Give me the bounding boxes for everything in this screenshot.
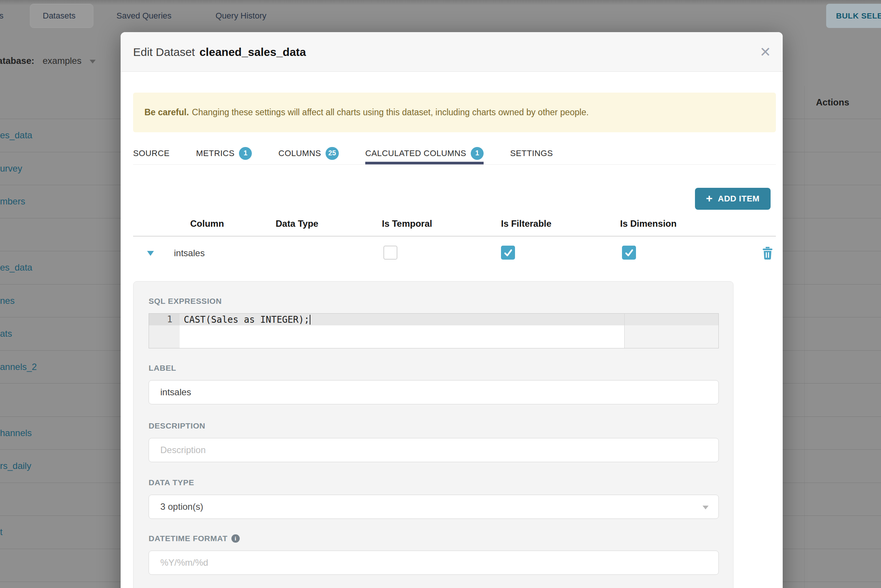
is-temporal-checkbox[interactable] xyxy=(383,246,397,260)
sql-expression-code: CAST(Sales as INTEGER); xyxy=(184,314,310,325)
header-is-filterable: Is Filterable xyxy=(501,218,551,229)
description-input[interactable] xyxy=(149,438,719,462)
label-section-label: LABEL xyxy=(149,364,176,373)
row-expander-caret-icon[interactable] xyxy=(147,251,154,256)
dataset-link[interactable]: t xyxy=(0,527,3,537)
edit-dataset-modal: Edit Dataset cleaned_sales_data ✕ Be car… xyxy=(121,32,783,588)
chevron-down-icon xyxy=(703,506,709,509)
dataset-link[interactable]: mbers xyxy=(0,196,25,207)
editor-line-number: 1 xyxy=(149,314,172,325)
editor-print-margin xyxy=(624,314,625,348)
modal-title: Edit Dataset cleaned_sales_data xyxy=(133,32,306,72)
modal-dataset-name: cleaned_sales_data xyxy=(199,46,306,59)
header-column: Column xyxy=(190,218,224,229)
dataset-link[interactable]: es_data xyxy=(0,130,32,141)
sql-expression-editor[interactable]: 1 CAST(Sales as INTEGER); xyxy=(149,313,719,348)
dataset-link[interactable]: nes xyxy=(0,296,15,306)
warning-banner: Be careful. Changing these settings will… xyxy=(133,93,776,132)
header-is-temporal: Is Temporal xyxy=(382,218,432,229)
database-filter-value: examples xyxy=(43,56,82,66)
modal-tab-bar: SOURCE METRICS 1 COLUMNS 25 CALCULATED C… xyxy=(133,142,776,165)
is-dimension-checkbox[interactable] xyxy=(622,246,636,260)
check-icon xyxy=(503,248,513,258)
database-filter-label: Database: xyxy=(0,56,34,66)
add-item-label: ADD ITEM xyxy=(718,194,760,204)
dataset-link[interactable]: annels_2 xyxy=(0,362,37,372)
tab-badge: 1 xyxy=(471,147,484,160)
text-cursor xyxy=(310,315,310,325)
description-section-label: DESCRIPTION xyxy=(149,421,205,430)
data-type-section-label: DATA TYPE xyxy=(149,478,194,487)
tab-calculated-columns[interactable]: CALCULATED COLUMNS 1 xyxy=(365,142,484,164)
calculated-column-row: intsales xyxy=(133,237,776,269)
tab-badge: 25 xyxy=(326,147,339,160)
nav-tab-fragment[interactable]: es xyxy=(0,0,3,32)
dataset-link[interactable]: urvey xyxy=(0,163,22,174)
tab-settings[interactable]: SETTINGS xyxy=(510,142,553,164)
dataset-link[interactable]: hannels xyxy=(0,428,32,438)
trash-icon[interactable] xyxy=(760,246,775,261)
tab-label: SETTINGS xyxy=(510,149,553,158)
plus-icon: + xyxy=(706,192,713,205)
datetime-format-section-label: DATETIME FORMAT i xyxy=(149,534,240,543)
header-data-type: Data Type xyxy=(276,218,318,229)
add-item-button[interactable]: + ADD ITEM xyxy=(695,188,771,210)
dataset-link[interactable]: es_data xyxy=(0,262,32,273)
database-filter[interactable]: Database: examples xyxy=(0,55,96,67)
data-type-value: 3 option(s) xyxy=(160,501,203,512)
close-icon[interactable]: ✕ xyxy=(756,43,775,62)
check-icon xyxy=(624,248,634,258)
tab-columns[interactable]: COLUMNS 25 xyxy=(278,142,339,164)
tab-label: SOURCE xyxy=(133,149,170,158)
nav-tab-saved-queries[interactable]: Saved Queries xyxy=(116,0,172,32)
tab-source[interactable]: SOURCE xyxy=(133,142,170,164)
sql-expression-label: SQL EXPRESSION xyxy=(149,297,222,306)
tab-label: METRICS xyxy=(196,149,235,158)
info-icon[interactable]: i xyxy=(231,534,240,543)
tab-metrics[interactable]: METRICS 1 xyxy=(196,142,252,164)
column-detail-panel: SQL EXPRESSION 1 CAST(Sales as INTEGER);… xyxy=(133,281,734,588)
nav-tab-query-history[interactable]: Query History xyxy=(216,0,266,32)
datetime-format-text: DATETIME FORMAT xyxy=(149,534,228,543)
tab-label: CALCULATED COLUMNS xyxy=(365,149,466,158)
data-type-select[interactable]: 3 option(s) xyxy=(149,495,719,519)
tab-badge: 1 xyxy=(239,147,252,160)
modal-title-prefix: Edit Dataset xyxy=(133,46,195,59)
dataset-link[interactable]: ats xyxy=(0,328,12,339)
row-column-name: intsales xyxy=(174,248,205,258)
warning-banner-text: Changing these settings will affect all … xyxy=(192,107,589,118)
warning-banner-bold: Be careful. xyxy=(144,107,189,118)
nav-tab-datasets[interactable]: Datasets xyxy=(43,0,76,32)
is-filterable-checkbox[interactable] xyxy=(501,246,515,260)
tab-label: COLUMNS xyxy=(278,149,321,158)
sql-code-text: CAST(Sales as INTEGER); xyxy=(184,314,309,325)
app-screen: es Datasets Saved Queries Query History … xyxy=(0,0,881,588)
dataset-link[interactable]: rs_daily xyxy=(0,461,31,471)
header-is-dimension: Is Dimension xyxy=(620,218,676,229)
label-input[interactable] xyxy=(149,380,719,404)
chevron-down-icon xyxy=(90,60,96,63)
editor-margin-area xyxy=(624,325,719,348)
datetime-format-input[interactable] xyxy=(149,551,719,575)
bg-actions-header: Actions xyxy=(816,86,876,119)
bulk-select-button[interactable]: BULK SELECT xyxy=(826,4,881,28)
columns-table-header: Column Data Type Is Temporal Is Filterab… xyxy=(133,212,776,237)
